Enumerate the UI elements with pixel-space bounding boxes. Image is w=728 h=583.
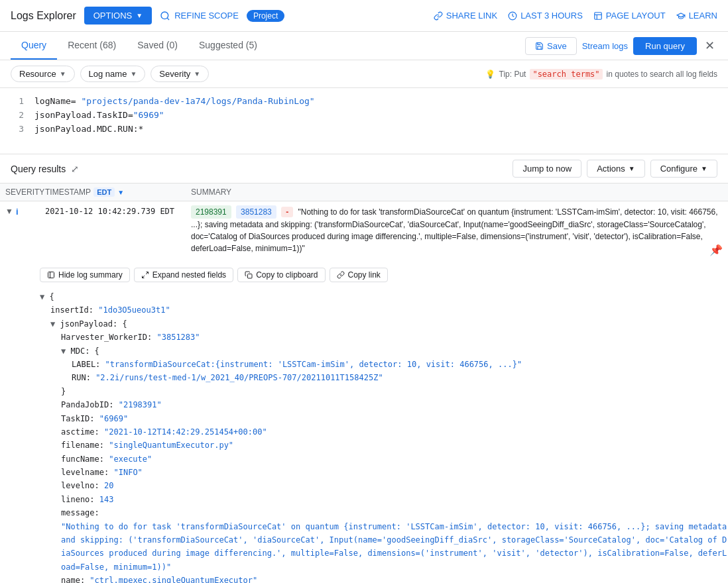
log-row: ▼ i 2021-10-12 10:42:29.739 EDT 2198391 … <box>0 201 728 262</box>
badge-harvester[interactable]: 3851283 <box>236 205 276 219</box>
copy-link-button[interactable]: Copy link <box>330 268 388 282</box>
cell-summary: 2198391 3851283 - "Nothing to do for tas… <box>186 201 728 262</box>
json-collapse-mdc[interactable]: ▼ <box>61 346 66 356</box>
project-badge: Project <box>247 10 284 22</box>
tabs-bar: Query Recent (68) Saved (0) Suggested (5… <box>0 32 728 60</box>
json-levelname: levelname: "INFO" <box>40 466 728 479</box>
line-code-3: jsonPayload.MDC.RUN:* <box>34 123 143 136</box>
log-action-bar: Hide log summary Expand nested fields Co… <box>40 265 728 285</box>
svg-point-0 <box>161 12 168 19</box>
json-pandajobid: PandaJobID: "2198391" <box>40 398 728 411</box>
tab-query[interactable]: Query <box>11 32 57 60</box>
hide-log-summary-button[interactable]: Hide log summary <box>40 268 130 282</box>
pin-icon[interactable]: 📌 <box>709 242 723 258</box>
severity-indicator: i <box>16 207 19 217</box>
save-button[interactable]: Save <box>525 37 577 55</box>
refine-scope-button[interactable]: REFINE SCOPE <box>160 11 239 21</box>
json-insertid: insertId: "1do3O5ueou3t1" <box>40 303 728 317</box>
json-mdc-close: } <box>40 385 728 398</box>
header: Logs Explorer OPTIONS ▼ REFINE SCOPE Pro… <box>0 0 728 32</box>
hide-icon <box>47 271 55 279</box>
line-num-3: 3 <box>11 123 24 136</box>
severity-chevron-icon: ▼ <box>194 70 200 78</box>
json-mdc-run: RUN: "2.2i/runs/test-med-1/w_2021_40/PRE… <box>40 371 728 384</box>
options-button[interactable]: OPTIONS ▼ <box>84 7 152 25</box>
json-funcname: funcName: "execute" <box>40 452 728 466</box>
svg-line-8 <box>146 272 149 275</box>
learn-button[interactable]: LEARN <box>676 11 717 21</box>
resource-filter[interactable]: Resource ▼ <box>11 66 75 82</box>
copy-link-icon <box>337 271 345 279</box>
logname-filter[interactable]: Log name ▼ <box>80 66 146 82</box>
refine-icon <box>160 11 170 21</box>
clipboard-icon <box>245 271 253 279</box>
clock-icon <box>508 11 517 21</box>
svg-rect-6 <box>48 272 54 278</box>
svg-rect-10 <box>248 274 253 279</box>
cell-severity: ▼ i <box>0 201 40 262</box>
json-mdc-row: ▼ MDC: { <box>40 344 728 358</box>
json-harvester: Harvester_WorkerID: "3851283" <box>40 331 728 344</box>
json-name: name: "ctrl.mpexec.singleQuantumExecutor… <box>40 574 728 583</box>
json-jsonpayload-row: ▼ jsonPayload: { <box>40 317 728 331</box>
page-layout-button[interactable]: PAGE LAYOUT <box>593 11 666 21</box>
expand-nested-button[interactable]: Expand nested fields <box>134 268 233 282</box>
json-tree: ▼ { insertId: "1do3O5ueou3t1" ▼ jsonPayl… <box>40 290 728 583</box>
options-arrow-icon: ▼ <box>136 12 143 19</box>
results-header: Query results ⤢ Jump to now Actions ▼ Co… <box>0 154 728 184</box>
col-timestamp[interactable]: TIMESTAMP EDT ▼ <box>40 184 186 201</box>
expand-icon <box>141 271 149 279</box>
results-controls: Jump to now Actions ▼ Configure ▼ <box>513 160 717 178</box>
results-title: Query results ⤢ <box>11 164 79 174</box>
query-editor[interactable]: 1 logName=logName="projects/panda-dev-1a… <box>0 88 728 154</box>
copy-clipboard-button[interactable]: Copy to clipboard <box>237 268 325 282</box>
filter-bar: Resource ▼ Log name ▼ Severity ▼ 💡 Tip: … <box>0 60 728 88</box>
line-num-2: 2 <box>11 109 24 123</box>
edt-badge: EDT <box>93 187 115 197</box>
query-line-3: 3 jsonPayload.MDC.RUN:* <box>11 123 717 136</box>
save-icon <box>535 42 544 50</box>
actions-button[interactable]: Actions ▼ <box>587 160 645 178</box>
svg-line-9 <box>142 276 145 278</box>
close-panel-button[interactable]: ✕ <box>702 36 717 56</box>
tab-recent[interactable]: Recent (68) <box>57 32 127 60</box>
json-taskid: TaskID: "6969" <box>40 412 728 425</box>
svg-rect-3 <box>595 12 602 19</box>
tip-text: Tip: Put <box>499 70 526 79</box>
learn-icon <box>676 11 686 21</box>
expand-results-icon[interactable]: ⤢ <box>71 164 79 174</box>
json-collapse-payload[interactable]: ▼ <box>50 319 55 329</box>
tip-code: "search terms" <box>530 69 602 80</box>
tab-suggested[interactable]: Suggested (5) <box>188 32 268 60</box>
json-asctime: asctime: "2021-10-12T14:42:29.251454+00:… <box>40 425 728 439</box>
configure-button[interactable]: Configure ▼ <box>650 160 717 178</box>
line-code-1: logName=logName="projects/panda-dev-1a74… <box>34 95 315 109</box>
col-severity: SEVERITY <box>0 184 40 201</box>
last-hours-button[interactable]: LAST 3 HOURS <box>508 11 583 21</box>
severity-filter[interactable]: Severity ▼ <box>151 66 209 82</box>
badge-minus: - <box>281 207 293 217</box>
query-line-2: 2 jsonPayload.TaskID="6969" <box>11 109 717 123</box>
tabs-actions: Save Stream logs Run query ✕ <box>525 36 717 56</box>
tab-saved[interactable]: Saved (0) <box>127 32 188 60</box>
json-lineno: lineno: 143 <box>40 493 728 506</box>
json-mdc-label: LABEL: "transformDiaSourceCat:{instrumen… <box>40 358 728 371</box>
row-expand-toggle[interactable]: ▼ <box>5 207 13 216</box>
json-levelno: levelno: 20 <box>40 479 728 492</box>
run-query-button[interactable]: Run query <box>633 37 697 55</box>
logname-chevron-icon: ▼ <box>130 70 137 78</box>
cell-timestamp: 2021-10-12 10:42:29.739 EDT <box>40 201 186 262</box>
share-link-button[interactable]: SHARE LINK <box>434 11 497 21</box>
query-line-1: 1 logName=logName="projects/panda-dev-1a… <box>11 95 717 109</box>
table-header: SEVERITY TIMESTAMP EDT ▼ SUMMARY <box>0 184 728 201</box>
json-message: message: <box>40 506 728 519</box>
bulb-icon: 💡 <box>485 70 495 79</box>
col-summary: SUMMARY <box>186 184 728 201</box>
badge-pandajob[interactable]: 2198391 <box>191 205 231 219</box>
line-num-1: 1 <box>11 95 24 109</box>
layout-icon <box>593 11 603 21</box>
json-collapse-root[interactable]: ▼ <box>40 292 44 301</box>
stream-logs-button[interactable]: Stream logs <box>582 41 628 51</box>
jump-to-now-button[interactable]: Jump to now <box>513 160 581 178</box>
json-message-val: "Nothing to do for task 'transformDiaSou… <box>40 520 728 574</box>
